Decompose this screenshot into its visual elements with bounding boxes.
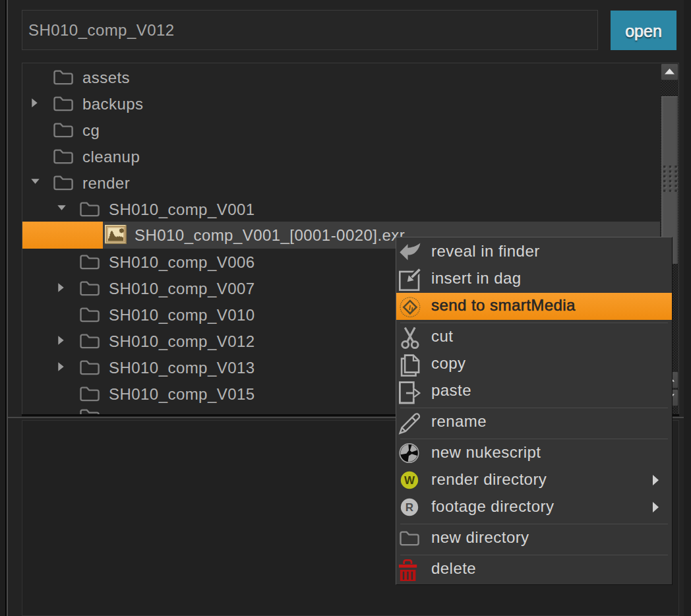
svg-text:R: R xyxy=(406,501,413,514)
svg-text:W: W xyxy=(404,474,415,487)
